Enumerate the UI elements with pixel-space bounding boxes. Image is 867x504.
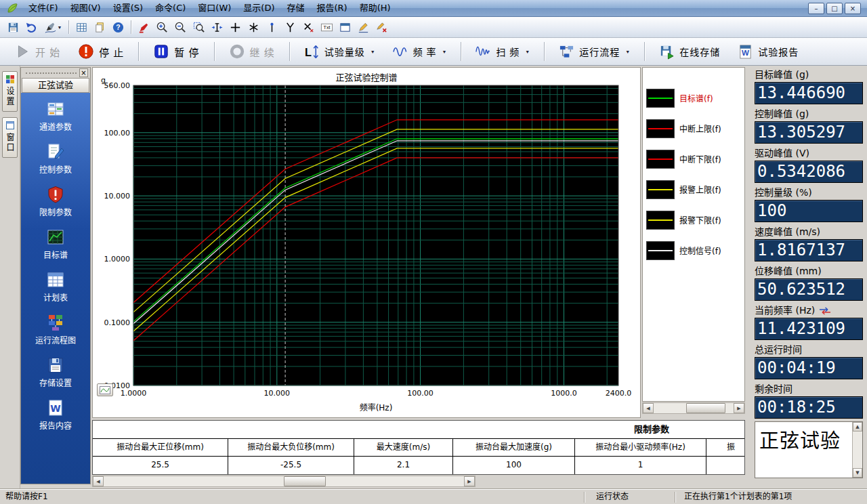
limit-col-max-pos-displacement: 振动台最大正位移(mm) (93, 439, 228, 457)
online-storage-button[interactable]: 在线存储 (650, 40, 729, 64)
legend-item-control-signal[interactable]: 控制信号(f) (643, 235, 744, 266)
chart-y-unit-label: g (101, 76, 106, 85)
scroll-left-button[interactable]: ◀ (643, 403, 654, 413)
pen-style-icon (44, 21, 57, 34)
test-name-vertical-scrollbar[interactable]: ▲ ▼ (852, 422, 862, 478)
table-horizontal-scrollbar[interactable]: ◀ ▶ (92, 476, 475, 487)
menu-file[interactable]: 文件(F) (22, 0, 64, 16)
legend-label: 中断下限(f) (679, 153, 721, 165)
annotate-erase-button[interactable] (373, 18, 391, 36)
run-control-toolbar: 开 始 停 止 暂 停 继 续 L 试验量级 ▼ (0, 38, 867, 66)
legend-label: 中断上限(f) (679, 123, 721, 134)
test-report-button[interactable]: W 试验报告 (729, 40, 807, 64)
cursor-star-button[interactable] (245, 18, 263, 36)
test-name-text: 正弦试验 (759, 425, 850, 453)
close-button[interactable]: × (845, 3, 861, 14)
menu-report[interactable]: 报告(R) (310, 0, 353, 16)
resume-button[interactable]: 继 续 (220, 39, 284, 64)
sidebar-item-channel-params[interactable]: 通道参数 (24, 98, 87, 133)
scroll-down-button[interactable]: ▼ (853, 468, 862, 478)
annotate-pen-button[interactable] (354, 18, 373, 36)
curve-legend-panel: 目标谱(f) 中断上限(f) 中断下限(f) 报警上限(f) 报警下限(f) 控… (642, 67, 745, 402)
copy-page-button[interactable] (91, 18, 109, 36)
dock-tab-window[interactable]: 窗口 (2, 117, 18, 158)
legend-item-alarm-upper[interactable]: 报警上限(f) (643, 174, 744, 205)
cursor-single-button[interactable] (263, 18, 281, 36)
menu-settings[interactable]: 设置(S) (107, 0, 149, 16)
cursor-add-button[interactable] (226, 18, 245, 36)
run-flow-button[interactable]: 运行流程 ▼ (550, 40, 639, 64)
panel-grip[interactable]: × (21, 68, 90, 78)
scroll-thumb[interactable] (284, 476, 326, 486)
pen-style-button[interactable]: ▼ (41, 18, 65, 36)
text-annotation-button[interactable]: Txt (318, 18, 336, 36)
scroll-right-button[interactable]: ▶ (464, 476, 475, 486)
legend-item-target[interactable]: 目标谱(f) (643, 83, 744, 113)
sidebar-item-schedule[interactable]: 计划表 (24, 269, 87, 304)
scroll-track[interactable] (104, 476, 464, 486)
undo-button[interactable] (22, 18, 41, 36)
cursor-ibeam-button[interactable] (208, 18, 226, 36)
cursor-pair-button[interactable] (281, 18, 299, 36)
menu-help[interactable]: 帮助(H) (354, 0, 397, 16)
scroll-right-button[interactable]: ▶ (734, 403, 744, 413)
test-name-display[interactable]: 正弦试验 ▲ ▼ (755, 421, 863, 478)
test-level-button[interactable]: L 试验量级 ▼ (295, 40, 384, 64)
sidebar-item-label: 报告内容 (39, 419, 72, 431)
legend-item-alarm-lower[interactable]: 报警下限(f) (643, 205, 744, 235)
sidebar-item-label: 限制参数 (39, 206, 72, 217)
stop-button[interactable]: 停 止 (69, 39, 133, 64)
minimize-button[interactable]: – (808, 3, 824, 14)
panel-close-button[interactable]: × (79, 68, 88, 77)
menu-window[interactable]: 窗口(W) (192, 0, 237, 16)
zoom-out-button[interactable] (171, 18, 190, 36)
dock-tab-settings[interactable]: 设置 (2, 71, 18, 112)
sidebar-item-run-flow-chart[interactable]: 运行流程图 (24, 312, 87, 347)
sidebar-item-storage-settings[interactable]: 存储设置 (24, 354, 87, 390)
help-button[interactable]: ? (109, 18, 127, 36)
window-controls: – □ × (808, 3, 865, 14)
cursor-delete-button[interactable] (299, 18, 318, 36)
play-icon (14, 43, 30, 60)
sidebar-item-limit-params[interactable]: 限制参数 (24, 184, 87, 219)
marker-pen-button[interactable] (135, 18, 153, 36)
legend-horizontal-scrollbar[interactable]: ◀ ▶ (642, 402, 745, 414)
menu-view[interactable]: 视图(V) (64, 0, 107, 16)
pen-write-icon (357, 21, 370, 34)
navigator-items: 通道参数 控制参数 限制参数 目标谱 (21, 93, 90, 484)
scroll-up-button[interactable]: ▲ (853, 422, 862, 432)
sweep-button[interactable]: 扫 频 ▼ (467, 40, 538, 64)
readout-label-displacement-peak: 位移峰值 (mm) (755, 264, 863, 278)
legend-item-abort-upper[interactable]: 中断上限(f) (643, 113, 744, 144)
readout-label-control-level: 控制量级 (%) (755, 186, 863, 200)
frequency-button[interactable]: 频 率 ▼ (384, 40, 456, 64)
pause-button[interactable]: 暂 停 (144, 39, 208, 64)
control-spectrum-plot[interactable]: 1.000010.000100.001000.02400.0560.00100.… (93, 68, 640, 417)
sweep-direction-icon[interactable] (819, 307, 831, 315)
pair-cursor-icon (284, 21, 297, 34)
zoom-in-button[interactable] (153, 18, 171, 36)
toolbar-separator (131, 20, 131, 34)
grid-view-button[interactable] (72, 18, 91, 36)
zoom-region-button[interactable] (190, 18, 208, 36)
menu-command[interactable]: 命令(C) (149, 0, 192, 16)
report-content-icon: W (46, 398, 65, 417)
toolbar-separator (289, 42, 290, 61)
save-button[interactable] (4, 18, 22, 36)
sidebar-item-target-spectrum[interactable]: 目标谱 (24, 226, 87, 261)
start-button[interactable]: 开 始 (5, 39, 69, 64)
scroll-thumb[interactable] (686, 403, 725, 413)
chart-display-mode-button[interactable] (97, 383, 113, 396)
menu-display[interactable]: 显示(D) (237, 0, 280, 16)
limit-table-title-row: 限制参数 (93, 421, 744, 439)
window-annotation-button[interactable] (336, 18, 354, 36)
sidebar-item-report-content[interactable]: W 报告内容 (24, 397, 87, 432)
scroll-left-button[interactable]: ◀ (93, 476, 104, 486)
menu-storage[interactable]: 存储 (280, 0, 310, 16)
sidebar-item-control-params[interactable]: 控制参数 (24, 141, 87, 176)
readout-label-control-peak: 控制峰值 (g) (755, 107, 863, 121)
panel-title-tab[interactable]: 正弦试验 (22, 78, 89, 93)
maximize-button[interactable]: □ (826, 3, 843, 14)
scroll-track[interactable] (654, 403, 734, 413)
legend-item-abort-lower[interactable]: 中断下限(f) (643, 144, 744, 174)
